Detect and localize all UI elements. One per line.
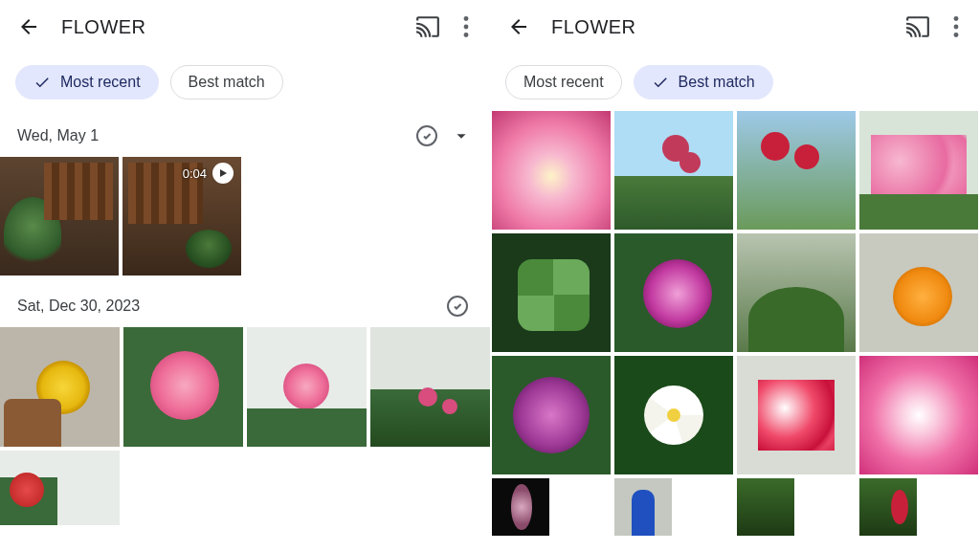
photo-thumbnail[interactable] [737, 478, 794, 536]
photo-thumbnail[interactable] [859, 111, 978, 230]
photo-thumbnail[interactable] [859, 233, 978, 352]
cast-icon [415, 16, 440, 37]
video-thumbnail[interactable]: 0:04 [122, 157, 241, 276]
date-header[interactable]: Sat, Dec 30, 2023 [0, 281, 490, 327]
svg-point-0 [464, 16, 469, 21]
photo-thumbnail[interactable] [614, 111, 733, 230]
photo-thumbnail[interactable] [614, 478, 672, 536]
photo-thumbnail[interactable] [737, 356, 856, 474]
chevron-down-icon [451, 125, 472, 146]
chip-best-match[interactable]: Best match [634, 65, 773, 99]
header-actions [905, 16, 959, 37]
results-grid [490, 111, 980, 536]
photo-thumbnail[interactable] [737, 111, 856, 230]
expand-button[interactable] [448, 125, 475, 146]
svg-point-3 [417, 126, 436, 145]
photo-thumbnail[interactable] [123, 327, 243, 447]
cast-button[interactable] [905, 16, 930, 37]
header-actions [415, 16, 469, 37]
svg-point-2 [464, 33, 469, 37]
chip-label: Best match [189, 74, 265, 91]
more-button[interactable] [953, 16, 959, 37]
chip-most-recent[interactable]: Most recent [505, 65, 622, 99]
check-circle-outline-icon [415, 124, 438, 147]
sort-chips: Most recent Best match [490, 54, 980, 111]
more-vert-icon [953, 16, 959, 37]
check-icon [652, 74, 669, 91]
video-duration: 0:04 [183, 166, 207, 181]
back-button[interactable] [15, 13, 42, 40]
check-circle-outline-icon [446, 295, 469, 318]
arrow-left-icon [507, 15, 530, 38]
more-button[interactable] [463, 16, 469, 37]
photo-thumbnail[interactable] [370, 327, 490, 447]
pane-most-recent: FLOWER Most recent Best match Wed, May 1 [0, 0, 490, 551]
search-title: FLOWER [61, 16, 415, 38]
chip-best-match[interactable]: Best match [170, 65, 283, 99]
svg-point-7 [954, 33, 959, 37]
date-header[interactable]: Wed, May 1 [0, 111, 490, 157]
date-label: Wed, May 1 [17, 127, 406, 144]
photo-thumbnail[interactable] [492, 478, 549, 536]
thumbnail-row: 0:04 [0, 157, 490, 276]
chip-label: Most recent [60, 74, 141, 91]
chip-label: Most recent [523, 74, 604, 91]
photo-thumbnail[interactable] [247, 327, 367, 447]
photo-thumbnail[interactable] [0, 157, 119, 276]
photo-thumbnail[interactable] [492, 111, 611, 230]
photo-thumbnail[interactable] [0, 327, 120, 447]
arrow-left-icon [17, 15, 40, 38]
search-title: FLOWER [551, 16, 905, 38]
thumbnail-row [0, 327, 490, 525]
header: FLOWER [0, 0, 490, 54]
photo-thumbnail[interactable] [0, 451, 120, 525]
select-all-button[interactable] [415, 124, 438, 147]
photo-thumbnail[interactable] [859, 356, 978, 474]
svg-point-1 [464, 25, 469, 30]
date-label: Sat, Dec 30, 2023 [17, 298, 436, 315]
photo-thumbnail[interactable] [492, 233, 611, 352]
video-overlay: 0:04 [122, 163, 241, 184]
sort-chips: Most recent Best match [0, 54, 490, 111]
check-icon [33, 74, 51, 91]
photo-thumbnail[interactable] [492, 356, 611, 474]
photo-thumbnail[interactable] [614, 356, 733, 474]
pane-best-match: FLOWER Most recent Best match [490, 0, 980, 551]
cast-button[interactable] [415, 16, 440, 37]
photo-thumbnail[interactable] [737, 233, 856, 352]
back-button[interactable] [505, 13, 532, 40]
svg-point-4 [448, 297, 467, 316]
chip-label: Best match [679, 74, 755, 91]
chip-most-recent[interactable]: Most recent [15, 65, 159, 99]
cast-icon [905, 16, 930, 37]
more-vert-icon [463, 16, 469, 37]
play-icon [212, 163, 234, 184]
svg-point-5 [954, 16, 959, 21]
svg-point-6 [954, 25, 959, 30]
header: FLOWER [490, 0, 980, 54]
photo-thumbnail[interactable] [614, 233, 733, 352]
select-all-button[interactable] [446, 295, 469, 318]
photo-thumbnail[interactable] [859, 478, 917, 536]
